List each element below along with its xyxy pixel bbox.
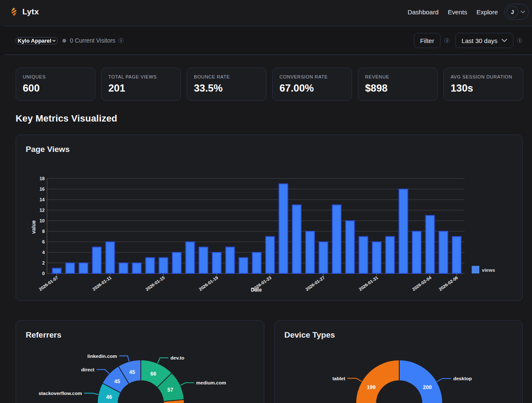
svg-text:8: 8 xyxy=(42,229,45,234)
svg-text:value: value xyxy=(31,220,37,234)
svg-text:12: 12 xyxy=(40,208,45,213)
svg-text:Date: Date xyxy=(251,287,262,293)
svg-text:medium.com: medium.com xyxy=(196,380,226,385)
svg-text:57: 57 xyxy=(167,387,173,393)
svg-text:stackoverflow.com: stackoverflow.com xyxy=(38,391,82,396)
svg-text:16: 16 xyxy=(40,187,45,192)
svg-text:2: 2 xyxy=(42,260,45,265)
svg-text:direct: direct xyxy=(81,367,94,372)
svg-text:2026-01-27: 2026-01-27 xyxy=(305,275,326,292)
svg-text:2026-01-07: 2026-01-07 xyxy=(38,275,59,292)
svg-text:18: 18 xyxy=(40,176,45,181)
svg-text:views: views xyxy=(482,268,495,273)
svg-text:46: 46 xyxy=(106,394,112,400)
svg-text:200: 200 xyxy=(423,384,432,390)
svg-text:10: 10 xyxy=(40,218,45,223)
svg-text:45: 45 xyxy=(129,369,135,375)
svg-text:2026-01-11: 2026-01-11 xyxy=(91,275,112,292)
svg-text:tablet: tablet xyxy=(332,376,345,381)
svg-text:6: 6 xyxy=(42,239,45,244)
svg-text:4: 4 xyxy=(42,250,45,255)
svg-text:2026-01-19: 2026-01-19 xyxy=(198,275,219,292)
svg-text:dev.to: dev.to xyxy=(170,355,184,360)
svg-text:2026-01-31: 2026-01-31 xyxy=(358,275,379,292)
svg-text:2026-02-06: 2026-02-06 xyxy=(438,275,459,292)
svg-text:2026-02-04: 2026-02-04 xyxy=(411,275,433,292)
svg-text:2026-01-15: 2026-01-15 xyxy=(145,275,166,292)
svg-text:14: 14 xyxy=(40,197,45,202)
svg-text:66: 66 xyxy=(150,371,156,377)
svg-text:45: 45 xyxy=(114,379,120,384)
svg-text:0: 0 xyxy=(42,271,45,276)
svg-text:desktop: desktop xyxy=(453,376,472,381)
svg-text:linkedin.com: linkedin.com xyxy=(87,354,117,359)
svg-text:199: 199 xyxy=(367,384,376,390)
